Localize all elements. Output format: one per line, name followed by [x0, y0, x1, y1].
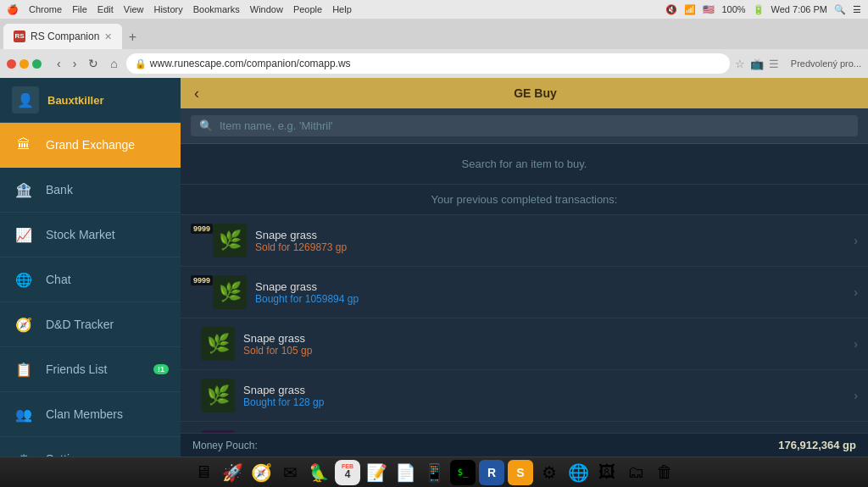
chrome-menu-icon[interactable]: ☰: [769, 58, 779, 70]
item-info-4: Snape grass Bought for 128 gp: [243, 384, 847, 408]
menu-chrome[interactable]: Chrome: [29, 4, 62, 15]
item-price-4: Bought for 128 gp: [243, 396, 847, 408]
clock: Wed 7:06 PM: [771, 4, 827, 14]
item-icon-2: [213, 275, 247, 309]
quantity-badge-2: 9999: [191, 275, 213, 285]
sidebar-item-bank[interactable]: 🏦 Bank: [0, 168, 181, 213]
chrome-tabs-bar: RS RS Companion ✕ +: [0, 19, 868, 49]
menu-view[interactable]: View: [124, 4, 144, 15]
search-hint: Search for an item to buy.: [181, 144, 868, 185]
search-input-wrapper: 🔍: [191, 115, 858, 136]
prev-transactions-label: Your previous completed transactions:: [181, 185, 868, 215]
dock-tweetbot[interactable]: 🦜: [306, 460, 331, 485]
url-bar[interactable]: 🔒 www.runescape.com/companion/comapp.ws: [126, 53, 730, 74]
active-tab[interactable]: RS RS Companion ✕: [3, 24, 122, 49]
dock-slides[interactable]: S: [508, 460, 533, 485]
clan-members-icon: 👥: [12, 402, 36, 426]
mac-topbar: 🍎 Chrome File Edit View History Bookmark…: [0, 0, 868, 19]
window-close-btn[interactable]: [7, 59, 16, 69]
dock-calendar[interactable]: FEB 4: [335, 460, 360, 485]
money-pouch-label: Money Pouch:: [192, 440, 258, 451]
bank-icon: 🏦: [12, 178, 36, 202]
cast-icon[interactable]: 📺: [750, 58, 764, 70]
dock-finder[interactable]: 🖥: [191, 460, 216, 485]
nav-refresh-button[interactable]: ↻: [85, 55, 102, 72]
item-price-1: Sold for 1269873 gp: [255, 241, 847, 253]
sidebar-label-grand-exchange: Grand Exchange: [46, 138, 135, 152]
item-name-1: Snape grass: [255, 229, 847, 241]
sidebar-item-grand-exchange[interactable]: 🏛 Grand Exchange: [0, 123, 181, 168]
menu-help[interactable]: Help: [332, 4, 352, 15]
sound-icon[interactable]: 🔇: [665, 4, 677, 15]
sidebar-item-stock-market[interactable]: 📈 Stock Market: [0, 213, 181, 257]
sidebar-label-bank: Bank: [46, 183, 73, 196]
chevron-right-icon-2: ›: [854, 285, 858, 299]
sidebar-item-dd-tracker[interactable]: 🧭 D&D Tracker: [0, 302, 181, 347]
dock-mail[interactable]: ✉: [277, 460, 303, 485]
mac-dock: 🖥 🚀 🧭 ✉ 🦜 FEB 4 📝 📄 📱 $_ R S ⚙ 🌐 🖼 🗂 🗑: [0, 457, 868, 487]
menu-bookmarks[interactable]: Bookmarks: [193, 4, 240, 15]
sidebar-item-settings[interactable]: ⚙ Settings: [0, 437, 181, 457]
transaction-item-4[interactable]: Snape grass Bought for 128 gp ›: [181, 370, 868, 422]
dd-tracker-icon: 🧭: [12, 313, 36, 336]
stock-market-icon: 📈: [12, 223, 36, 246]
menu-file[interactable]: File: [72, 4, 87, 15]
new-tab-button[interactable]: +: [124, 29, 141, 46]
search-spotlight-icon[interactable]: 🔍: [834, 4, 846, 15]
sidebar-item-friends-list[interactable]: 📋 Friends List !1: [0, 347, 181, 392]
transaction-item-1[interactable]: 9999 Snape grass Sold for 1269873 gp ›: [181, 215, 868, 267]
dock-r-app[interactable]: R: [479, 460, 504, 485]
notification-icon[interactable]: ☰: [853, 4, 861, 15]
dock-photos[interactable]: 🖼: [594, 460, 620, 485]
nav-home-button[interactable]: ⌂: [107, 55, 120, 72]
extension-text: Predvolený pro...: [791, 58, 861, 69]
transaction-item-5[interactable]: Antifire flask (6) Sold for 17386 gp ›: [181, 422, 868, 433]
sidebar-username: Bauxtkiller: [47, 94, 103, 107]
battery-icon: 🔋: [753, 4, 765, 15]
money-pouch-bar: Money Pouch: 176,912,364 gp: [181, 433, 868, 457]
dock-trash[interactable]: 🗑: [652, 460, 677, 485]
dock-app-store[interactable]: 📱: [421, 460, 447, 485]
wifi-icon[interactable]: 📶: [684, 4, 696, 15]
window-minimize-btn[interactable]: [19, 59, 29, 69]
dock-finder-2[interactable]: 🗂: [623, 460, 648, 485]
menu-history[interactable]: History: [153, 4, 182, 15]
apple-menu[interactable]: 🍎: [7, 4, 19, 15]
dock-system-prefs[interactable]: ⚙: [537, 460, 562, 485]
mac-menu-bar: 🍎 Chrome File Edit View History Bookmark…: [7, 4, 352, 15]
item-price-3: Sold for 105 gp: [243, 345, 847, 357]
nav-forward-button[interactable]: ›: [70, 55, 81, 72]
dock-chrome[interactable]: 🌐: [565, 460, 591, 485]
content-body: Search for an item to buy. Your previous…: [181, 144, 868, 433]
menu-edit[interactable]: Edit: [97, 4, 114, 15]
friends-list-badge: !1: [153, 364, 169, 374]
window-maximize-btn[interactable]: [32, 59, 42, 69]
transaction-item-3[interactable]: Snape grass Sold for 105 gp ›: [181, 318, 868, 370]
dock-reminders[interactable]: 📝: [364, 460, 389, 485]
tab-title: RS Companion: [31, 30, 99, 42]
sidebar-item-clan-members[interactable]: 👥 Clan Members: [0, 392, 181, 437]
sidebar-nav: 🏛 Grand Exchange 🏦 Bank 📈 Stock Market 🌐…: [0, 123, 181, 457]
transaction-item-2[interactable]: 9999 Snape grass Bought for 1059894 gp ›: [181, 267, 868, 318]
dock-terminal[interactable]: $_: [450, 460, 476, 485]
snape-grass-image-1: [214, 225, 245, 256]
antifire-image-5: [203, 432, 233, 433]
bookmark-icon[interactable]: ☆: [735, 58, 745, 70]
menu-window[interactable]: Window: [250, 4, 283, 15]
sidebar-label-clan-members: Clan Members: [46, 407, 123, 421]
item-name-3: Snape grass: [243, 332, 847, 345]
battery-percent: 100%: [721, 4, 745, 14]
grand-exchange-icon: 🏛: [12, 133, 36, 157]
search-input[interactable]: [220, 119, 849, 132]
back-button[interactable]: ‹: [191, 85, 203, 102]
dock-notes[interactable]: 📄: [392, 460, 418, 485]
dock-safari[interactable]: 🧭: [248, 460, 274, 485]
dock-launchpad[interactable]: 🚀: [220, 460, 245, 485]
search-bar-container: 🔍: [181, 108, 868, 144]
sidebar-item-chat[interactable]: 🌐 Chat: [0, 257, 181, 302]
nav-back-button[interactable]: ‹: [53, 55, 64, 72]
chat-icon: 🌐: [12, 268, 36, 291]
tab-close-button[interactable]: ✕: [104, 31, 112, 42]
menu-people[interactable]: People: [293, 4, 322, 15]
chevron-right-icon-3: ›: [854, 337, 858, 351]
